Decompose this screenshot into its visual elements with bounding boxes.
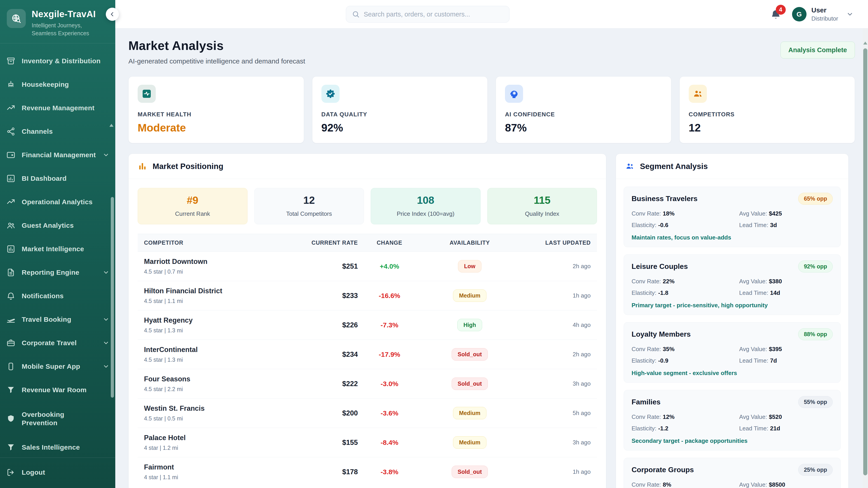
scrollbar-thumb[interactable] — [863, 48, 867, 475]
sidebar-item-revenue-management[interactable]: Revenue Management — [6, 96, 110, 120]
metric-value: $380 — [769, 278, 782, 285]
sidebar-item-reporting-engine[interactable]: Reporting Engine — [6, 261, 110, 284]
sidebar-item-revenue-war-room[interactable]: Revenue War Room — [6, 378, 110, 402]
plane-takeoff-icon — [6, 315, 16, 324]
sidebar-item-label: Revenue War Room — [22, 386, 87, 394]
last-updated: 4h ago — [518, 322, 591, 328]
opportunity-badge: 65% opp — [798, 193, 833, 205]
rate-change: -3.0% — [358, 380, 421, 388]
last-updated: 2h ago — [518, 351, 591, 358]
tile-label: Total Competitors — [257, 210, 362, 217]
sidebar-item-guest-analytics[interactable]: Guest Analytics — [6, 214, 110, 237]
current-rate: $251 — [301, 262, 358, 270]
segment-analysis-header: Segment Analysis — [616, 154, 848, 179]
metric-label: Lead Time: — [739, 357, 768, 364]
competitor-meta: 4.5 star | 0.5 mi — [144, 415, 301, 422]
sidebar-scrollbar[interactable] — [111, 197, 114, 398]
logout-button[interactable]: Logout — [6, 463, 110, 482]
current-rate: $155 — [301, 438, 358, 447]
sidebar-collapse-button[interactable] — [106, 8, 119, 21]
segment-note: Primary target - price-sensitive, high o… — [631, 302, 833, 309]
stat-value: 12 — [689, 122, 846, 134]
metric-value: -1.2 — [658, 425, 669, 432]
globe-search-logo-icon — [7, 9, 26, 28]
opportunity-badge: 92% opp — [798, 260, 833, 272]
competitor-meta: 4.5 star | 0.7 mi — [144, 268, 301, 275]
table-row[interactable]: Four Seasons4.5 star | 2.2 mi $222 -3.0%… — [138, 369, 597, 398]
metric-label: Lead Time: — [739, 425, 768, 432]
sidebar-scroll-up-arrow[interactable] — [110, 124, 114, 127]
search-icon — [352, 10, 360, 18]
last-updated: 3h ago — [518, 439, 591, 446]
table-row[interactable]: Palace Hotel4 star | 1.2 mi $155 -8.4% M… — [138, 428, 597, 457]
search-input[interactable] — [364, 11, 503, 18]
market-positioning-body: #9 Current Rank 12 Total Competitors 108… — [129, 179, 606, 488]
user-role: Distributor — [811, 15, 838, 22]
ai-head-icon — [505, 85, 523, 103]
sidebar-item-label: Inventory & Distribution — [22, 57, 101, 65]
page-scrollbar[interactable] — [863, 29, 868, 488]
metric-value: -1.8 — [658, 289, 669, 296]
metric-label: Avg Value: — [739, 210, 767, 217]
share-icon — [6, 127, 16, 136]
column-header: LAST UPDATED — [518, 239, 591, 246]
scroll-up-arrow[interactable] — [863, 41, 867, 44]
table-header: COMPETITOR CURRENT RATE CHANGE AVAILABIL… — [138, 234, 597, 252]
metric-value: -0.9 — [658, 357, 669, 364]
table-row[interactable]: Westin St. Francis4.5 star | 0.5 mi $200… — [138, 398, 597, 428]
competitor-name: Palace Hotel — [144, 434, 301, 442]
sidebar-item-label: Sales Intelligence — [22, 443, 80, 452]
table-row[interactable]: Hilton Financial District4.5 star | 1.1 … — [138, 281, 597, 311]
sidebar-item-housekeeping[interactable]: Housekeeping — [6, 73, 110, 96]
stat-card-competitors: COMPETITORS 12 — [680, 76, 855, 143]
current-rate: $200 — [301, 409, 358, 417]
notification-count-badge: 4 — [776, 5, 786, 15]
metric-value: $8500 — [769, 481, 785, 488]
metric-label: Elasticity: — [631, 425, 656, 432]
stat-cards-row: MARKET HEALTH Moderate DATA QUALITY 92% … — [128, 76, 855, 143]
rate-change: +4.0% — [358, 263, 421, 270]
main-area: 4 G User Distributor Market Analysis AI-… — [115, 0, 868, 488]
metric-label: Conv Rate: — [631, 481, 661, 488]
tile-value: 12 — [257, 194, 362, 206]
availability-badge: Sold_out — [452, 466, 488, 478]
user-menu[interactable]: G User Distributor — [792, 6, 854, 22]
segment-note: High-value segment - exclusive offers — [631, 369, 833, 377]
sidebar-item-bi-dashboard[interactable]: BI Dashboard — [6, 167, 110, 190]
competitor-meta: 4 star | 1.1 mi — [144, 474, 301, 481]
sidebar-item-overbooking-prevention[interactable]: Overbooking Prevention — [6, 402, 110, 435]
competitor-meta: 4.5 star | 2.2 mi — [144, 386, 301, 392]
metric-label: Lead Time: — [739, 289, 768, 296]
competitor-meta: 4.5 star | 1.3 mi — [144, 327, 301, 334]
sidebar-item-mobile-super-app[interactable]: Mobile Super App — [6, 355, 110, 378]
sidebar-item-channels[interactable]: Channels — [6, 120, 110, 143]
sidebar-item-travel-booking[interactable]: Travel Booking — [6, 308, 110, 331]
summary-tile-price-index: 108 Price Index (100=avg) — [371, 188, 480, 224]
bar-chart-icon — [138, 162, 147, 171]
tile-value: 108 — [373, 194, 478, 206]
availability-badge: Sold_out — [452, 378, 488, 390]
global-search[interactable] — [346, 6, 509, 23]
sidebar-item-sales-intelligence[interactable]: Sales Intelligence — [6, 435, 110, 459]
panel-title: Segment Analysis — [640, 162, 708, 171]
competitor-name: Westin St. Francis — [144, 404, 301, 413]
sidebar-item-notifications[interactable]: Notifications — [6, 284, 110, 308]
last-updated: 1h ago — [518, 468, 591, 475]
metric-value: 21d — [770, 425, 780, 432]
sidebar-item-corporate-travel[interactable]: Corporate Travel — [6, 331, 110, 355]
table-row[interactable]: Fairmont4 star | 1.1 mi $178 -3.8% Sold_… — [138, 457, 597, 486]
table-row[interactable]: InterContinental4.5 star | 1.3 mi $234 -… — [138, 340, 597, 369]
notifications-button[interactable]: 4 — [770, 8, 782, 20]
competitor-meta: 4.5 star | 1.3 mi — [144, 357, 301, 363]
table-row[interactable]: Marriott Downtown4.5 star | 0.7 mi $251 … — [138, 252, 597, 281]
competitor-name: Fairmont — [144, 463, 301, 471]
sidebar-item-financial-management[interactable]: Financial Management — [6, 143, 110, 167]
sidebar-item-market-intelligence[interactable]: Market Intelligence — [6, 237, 110, 261]
sidebar-item-inventory-distribution[interactable]: Inventory & Distribution — [6, 49, 110, 73]
segment-card-leisure-couples: Leisure Couples 92% opp Conv Rate:22% Av… — [624, 254, 841, 315]
sidebar-item-operational-analytics[interactable]: Operational Analytics — [6, 190, 110, 214]
users-icon — [689, 85, 707, 103]
table-row[interactable]: Hyatt Regency4.5 star | 1.3 mi $226 -7.3… — [138, 311, 597, 340]
segment-name: Loyalty Members — [631, 330, 690, 338]
rate-change: -17.9% — [358, 351, 421, 358]
